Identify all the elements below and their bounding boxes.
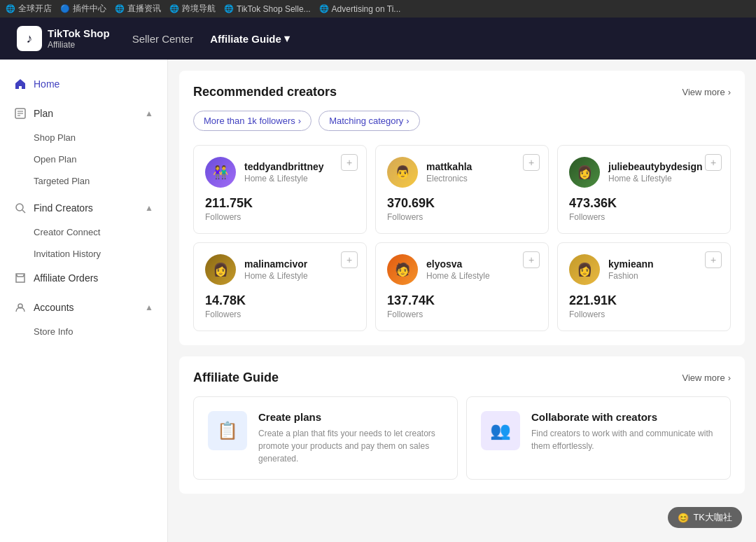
sidebar-item-store-info[interactable]: Store Info <box>0 321 167 342</box>
filter-buttons: More than 1k followers › Matching catego… <box>193 111 731 131</box>
chevron-right-icon: › <box>728 87 731 97</box>
creator-card-juliebeautybydesign: 👩 juliebeautybydesign Home & Lifestyle +… <box>557 145 731 234</box>
sidebar-item-open-plan[interactable]: Open Plan <box>0 148 167 170</box>
creator-grid: 👫 teddyandbrittney Home & Lifestyle + 21… <box>193 145 731 331</box>
creator-invite-button-mattkahla[interactable]: + <box>523 154 540 171</box>
sidebar-item-shop-plan[interactable]: Shop Plan <box>0 127 167 148</box>
logo-brand: TikTok Shop <box>48 27 110 40</box>
creator-avatar-malinamcivor: 👩 <box>205 254 236 285</box>
creator-top-mattkahla: 👨 mattkahla Electronics <box>387 157 537 188</box>
watermark: 😊 TK大咖社 <box>668 507 742 528</box>
recommended-title: Recommended creators <box>193 85 337 99</box>
filter-category-button[interactable]: Matching category › <box>318 111 420 131</box>
affiliate-guide-section: Affiliate Guide View more › 📋 Create pla… <box>179 356 745 494</box>
browser-tab-6[interactable]: 🌐 Advertising on Ti... <box>319 4 401 14</box>
creator-info-kymieann: kymieann Fashion <box>608 258 719 281</box>
recommended-view-more[interactable]: View more › <box>682 87 731 97</box>
logo-area: ♪ TikTok Shop Affiliate <box>17 26 110 51</box>
main-content: Recommended creators View more › More th… <box>168 60 756 542</box>
creator-followers-count-kymieann: 221.91K <box>569 293 719 308</box>
sidebar-item-plan[interactable]: Plan ▲ <box>0 100 167 127</box>
browser-tab-2[interactable]: 🔵 插件中心 <box>60 3 106 15</box>
sidebar-item-invitation-history[interactable]: Invitation History <box>0 243 167 265</box>
plan-icon <box>14 107 27 120</box>
globe-icon-5: 🌐 <box>224 4 234 13</box>
main-layout: Home Plan ▲ Shop Plan Open Plan Targeted… <box>0 60 756 542</box>
accounts-icon <box>14 301 27 314</box>
creator-invite-button-elyosva[interactable]: + <box>523 251 540 268</box>
sidebar-item-targeted-plan[interactable]: Targeted Plan <box>0 170 167 192</box>
creator-followers-label-malinamcivor: Followers <box>205 310 355 319</box>
nav-links: Seller Center Affiliate Guide ▾ <box>132 32 739 45</box>
sidebar-item-home[interactable]: Home <box>0 71 167 97</box>
affiliate-guide-link[interactable]: Affiliate Guide ▾ <box>210 32 290 45</box>
guide-icon-1: 👥 <box>481 411 520 450</box>
sidebar-item-find-creators[interactable]: Find Creators ▲ <box>0 195 167 221</box>
sidebar-item-accounts[interactable]: Accounts ▲ <box>0 294 167 321</box>
creator-category-malinamcivor: Home & Lifestyle <box>244 271 355 281</box>
orders-icon <box>14 272 27 284</box>
creator-followers-count-elyosva: 137.74K <box>387 293 537 308</box>
creator-avatar-kymieann: 👩 <box>569 254 600 285</box>
creator-stats-juliebeautybydesign: 473.36K Followers <box>569 196 719 222</box>
creator-info-mattkahla: mattkahla Electronics <box>426 161 537 183</box>
sidebar-accounts-section: Accounts ▲ Store Info <box>0 294 167 342</box>
guide-view-more[interactable]: View more › <box>682 373 731 383</box>
top-navigation: ♪ TikTok Shop Affiliate Seller Center Af… <box>0 18 756 60</box>
guide-card-title-0: Create plans <box>258 411 443 423</box>
creator-category-mattkahla: Electronics <box>426 174 537 183</box>
guide-card-0: 📋 Create plans Create a plan that fits y… <box>193 396 458 480</box>
browser-tab-1[interactable]: 🌐 全球开店 <box>6 3 52 15</box>
guide-card-title-1: Collaborate with creators <box>531 411 716 423</box>
creator-followers-label-juliebeautybydesign: Followers <box>569 212 719 222</box>
creator-avatar-juliebeautybydesign: 👩 <box>569 157 600 188</box>
guide-content-0: Create plans Create a plan that fits you… <box>258 411 443 465</box>
guide-card-desc-1: Find creators to work with and communica… <box>531 427 716 452</box>
creator-invite-button-juliebeautybydesign[interactable]: + <box>705 154 722 171</box>
guide-card-desc-0: Create a plan that fits your needs to le… <box>258 427 443 465</box>
creator-invite-button-malinamcivor[interactable]: + <box>341 251 358 268</box>
creator-category-teddyandbrittney: Home & Lifestyle <box>244 174 355 183</box>
creator-followers-label-teddyandbrittney: Followers <box>205 212 355 222</box>
creator-name-malinamcivor: malinamcivor <box>244 258 355 270</box>
creator-name-juliebeautybydesign: juliebeautybydesign <box>608 161 719 172</box>
globe-icon-1: 🌐 <box>6 4 15 13</box>
find-creators-expand-icon: ▲ <box>145 203 153 213</box>
creator-invite-button-kymieann[interactable]: + <box>705 251 722 268</box>
logo-text: TikTok Shop Affiliate <box>48 27 110 50</box>
creator-stats-kymieann: 221.91K Followers <box>569 293 719 319</box>
creator-followers-label-mattkahla: Followers <box>387 212 537 222</box>
chevron-down-icon: ▾ <box>284 32 290 45</box>
creator-info-juliebeautybydesign: juliebeautybydesign Home & Lifestyle <box>608 161 719 183</box>
creator-stats-mattkahla: 370.69K Followers <box>387 196 537 222</box>
sidebar-item-affiliate-orders[interactable]: Affiliate Orders <box>0 265 167 291</box>
creator-followers-count-juliebeautybydesign: 473.36K <box>569 196 719 211</box>
filter-chevron-icon-0: › <box>298 116 301 126</box>
creator-invite-button-teddyandbrittney[interactable]: + <box>341 154 358 171</box>
seller-center-link[interactable]: Seller Center <box>132 33 194 45</box>
sidebar-find-creators-section: Find Creators ▲ Creator Connect Invitati… <box>0 195 167 265</box>
creator-top-kymieann: 👩 kymieann Fashion <box>569 254 719 285</box>
creator-card-kymieann: 👩 kymieann Fashion + 221.91K Followers <box>557 242 731 331</box>
browser-tab-3[interactable]: 🌐 直播资讯 <box>115 3 161 15</box>
sidebar-plan-label: Plan <box>34 108 53 119</box>
recommended-creators-section: Recommended creators View more › More th… <box>179 71 745 345</box>
creator-avatar-teddyandbrittney: 👫 <box>205 157 236 188</box>
guide-section-header: Affiliate Guide View more › <box>193 370 731 385</box>
plugin-icon: 🔵 <box>60 4 70 13</box>
sidebar-plan-section: Plan ▲ Shop Plan Open Plan Targeted Plan <box>0 100 167 192</box>
creator-name-kymieann: kymieann <box>608 258 719 270</box>
creator-card-elyosva: 🧑 elyosva Home & Lifestyle + 137.74K Fol… <box>375 242 549 331</box>
creator-name-teddyandbrittney: teddyandbrittney <box>244 161 355 172</box>
creator-category-juliebeautybydesign: Home & Lifestyle <box>608 174 719 183</box>
sidebar-item-creator-connect[interactable]: Creator Connect <box>0 221 167 243</box>
filter-followers-button[interactable]: More than 1k followers › <box>193 111 312 131</box>
browser-tab-4[interactable]: 🌐 跨境导航 <box>169 3 216 15</box>
creator-info-teddyandbrittney: teddyandbrittney Home & Lifestyle <box>244 161 355 183</box>
creator-category-elyosva: Home & Lifestyle <box>426 271 537 281</box>
creator-info-elyosva: elyosva Home & Lifestyle <box>426 258 537 281</box>
browser-tabs: 🌐 全球开店 🔵 插件中心 🌐 直播资讯 🌐 跨境导航 🌐 TikTok Sho… <box>0 0 756 18</box>
sidebar-affiliate-orders-label: Affiliate Orders <box>34 272 98 284</box>
browser-tab-5[interactable]: 🌐 TikTok Shop Selle... <box>224 4 311 14</box>
creator-followers-count-malinamcivor: 14.78K <box>205 293 355 308</box>
